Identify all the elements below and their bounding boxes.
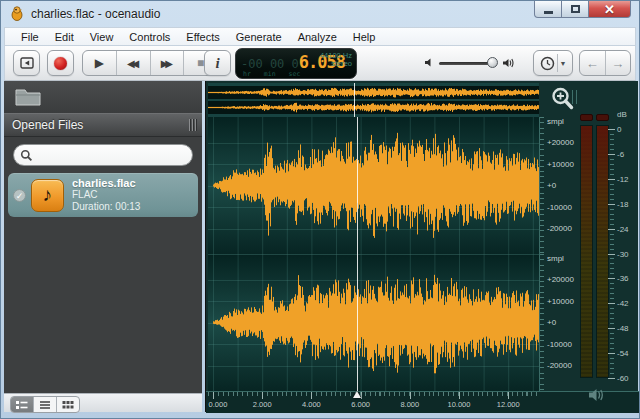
unit-sec: sec	[289, 70, 301, 78]
view-grid-button[interactable]	[57, 397, 79, 412]
amp-tick-ch2: -20000	[547, 361, 572, 370]
monitor-speaker-icon[interactable]	[587, 387, 607, 403]
db-tick	[608, 204, 615, 205]
toggle-sidebar-button[interactable]	[13, 50, 40, 76]
amp-tick-ch2: +10000	[547, 297, 574, 306]
db-tick-label: 0	[617, 125, 621, 134]
window-title: charlies.flac - ocenaudio	[31, 7, 160, 21]
db-tick	[608, 353, 615, 354]
menu-item-analyze[interactable]: Analyze	[290, 29, 345, 45]
time-tick	[508, 392, 509, 399]
menu-item-file[interactable]: File	[13, 29, 47, 45]
amp-tick-ch2: +20000	[547, 275, 574, 284]
meter-grip-icon[interactable]	[572, 90, 577, 104]
menu-item-view[interactable]: View	[82, 29, 122, 45]
minimize-button[interactable]	[534, 1, 562, 18]
db-tick	[608, 154, 615, 155]
audio-file-icon: ♪	[31, 179, 64, 212]
waveform-editor[interactable]	[208, 117, 539, 391]
time-tick	[213, 392, 214, 399]
file-name: charlies.flac	[72, 177, 140, 189]
panel-title: Opened Files	[12, 118, 83, 132]
amp-tick-ch2: -10000	[547, 340, 572, 349]
panel-grip-icon[interactable]	[189, 119, 196, 131]
unit-min: min	[264, 70, 276, 78]
time-axis[interactable]: 0.0002.0004.0006.0008.00010.00012.000	[206, 391, 639, 413]
sidebar-toggle-icon	[20, 57, 34, 69]
time-tick-label: 2.000	[253, 400, 272, 409]
db-tick-label: -30	[617, 250, 629, 259]
info-button[interactable]: i	[204, 50, 231, 76]
time-tick-label: 10.000	[448, 400, 471, 409]
view-detail-button[interactable]	[11, 397, 34, 412]
clock-icon	[540, 56, 555, 71]
unit-hr: hr	[243, 70, 251, 78]
time-tick-label: 12.000	[497, 400, 520, 409]
chevron-down-icon: ▼	[560, 60, 567, 67]
playhead-handle[interactable]	[353, 391, 361, 398]
close-icon: ✕	[604, 3, 615, 16]
title-bar[interactable]: charlies.flac - ocenaudio ✕	[1, 1, 639, 27]
overview-waveform[interactable]	[208, 83, 539, 117]
menu-item-help[interactable]: Help	[345, 29, 384, 45]
forward-icon: ▶▶	[161, 58, 173, 69]
menu-item-generate[interactable]: Generate	[228, 29, 290, 45]
menu-bar: FileEditViewControlsEffectsGenerateAnaly…	[4, 27, 636, 45]
amp-tick-ch1: +10000	[547, 160, 574, 169]
volume-high-icon	[502, 57, 516, 69]
rewind-button[interactable]: ◀◀	[117, 51, 151, 75]
menu-item-controls[interactable]: Controls	[121, 29, 178, 45]
main-content: Opened Files ✓ ♪ charlies.flac FLAC Dura…	[4, 81, 636, 412]
amp-tick-ch1: smpl	[547, 117, 564, 126]
maximize-button[interactable]	[562, 1, 589, 18]
amp-tick-ch1: -20000	[547, 224, 572, 233]
db-tick-label: -54	[617, 349, 629, 358]
volume-slider-knob[interactable]	[487, 57, 498, 68]
time-format-button[interactable]: ▼	[533, 50, 573, 76]
opened-files-tab-folder-icon[interactable]	[14, 86, 42, 108]
search-input[interactable]	[33, 148, 192, 162]
channel-mode: stereo	[320, 60, 352, 68]
level-meter-right	[596, 125, 609, 378]
menu-item-effects[interactable]: Effects	[178, 29, 227, 45]
file-search-box[interactable]	[13, 144, 193, 166]
grid-icon	[62, 400, 74, 410]
undo-back-button[interactable]: ←	[580, 51, 606, 75]
db-tick-label: -60	[617, 374, 629, 383]
db-scale-title: dB	[617, 110, 627, 119]
arrow-right-icon: →	[611, 56, 624, 71]
db-tick-label: -6	[617, 150, 624, 159]
amp-tick-ch1: +0	[547, 181, 556, 190]
time-display: -00 00 06.058 hr min sec 44100 Hz stereo	[235, 48, 357, 79]
amplitude-ruler-right	[540, 254, 544, 391]
db-tick-label: -24	[617, 225, 629, 234]
amp-tick-ch1: -10000	[547, 203, 572, 212]
db-tick	[608, 129, 615, 130]
db-tick-label: -12	[617, 175, 629, 184]
view-list-button[interactable]	[34, 397, 57, 412]
menu-item-edit[interactable]: Edit	[47, 29, 82, 45]
play-button[interactable]: ▶	[83, 51, 117, 75]
close-button[interactable]: ✕	[589, 1, 631, 18]
db-tick	[608, 378, 615, 379]
playhead-line	[357, 117, 358, 391]
amplitude-ruler-left	[540, 117, 544, 254]
music-note-icon: ♪	[43, 184, 53, 206]
amp-tick-ch2: smpl	[547, 254, 564, 263]
record-button[interactable]	[47, 50, 74, 76]
search-icon	[20, 149, 33, 162]
file-list-item-selected[interactable]: ✓ ♪ charlies.flac FLAC Duration: 00:13	[8, 173, 198, 217]
db-tick	[608, 254, 615, 255]
opened-files-header[interactable]: Opened Files	[4, 113, 202, 137]
file-check-icon: ✓	[13, 189, 26, 202]
time-minor-ticks	[208, 392, 539, 396]
redo-forward-button[interactable]: →	[606, 51, 631, 75]
record-icon	[54, 57, 67, 70]
time-dim-digits: -00 00 0	[241, 57, 299, 71]
time-tick	[459, 392, 460, 399]
time-tick	[311, 392, 312, 399]
toolbar: ▶ ◀◀ ▶▶ ■ i -00 00 06.058 hr min sec 441…	[4, 45, 636, 81]
time-tick-label: 0.000	[209, 400, 228, 409]
time-tick-label: 6.000	[351, 400, 370, 409]
forward-button[interactable]: ▶▶	[151, 51, 185, 75]
